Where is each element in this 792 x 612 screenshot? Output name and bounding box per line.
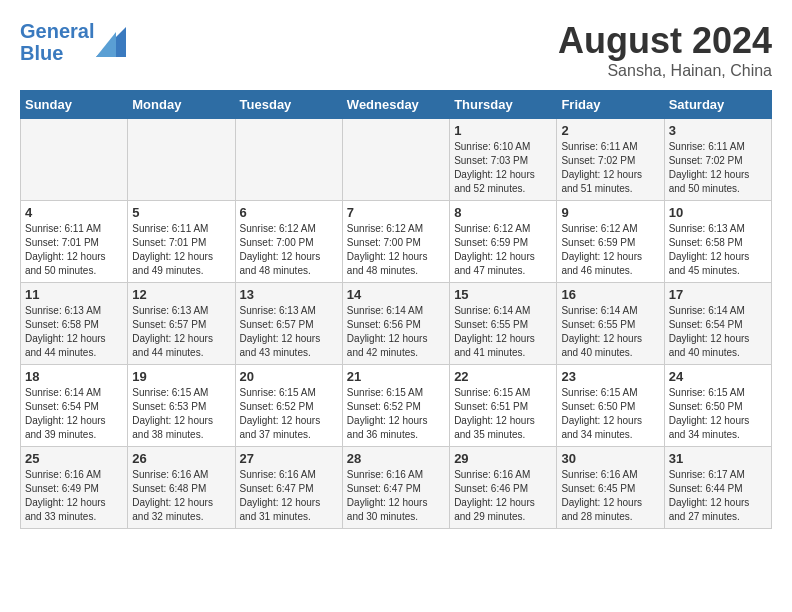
logo-icon: [96, 27, 126, 57]
day-number: 24: [669, 369, 767, 384]
day-number: 14: [347, 287, 445, 302]
day-number: 12: [132, 287, 230, 302]
calendar-header-row: SundayMondayTuesdayWednesdayThursdayFrid…: [21, 91, 772, 119]
calendar-day-cell: [235, 119, 342, 201]
calendar-day-cell: 14Sunrise: 6:14 AM Sunset: 6:56 PM Dayli…: [342, 283, 449, 365]
day-info: Sunrise: 6:11 AM Sunset: 7:02 PM Dayligh…: [561, 140, 659, 196]
calendar-day-cell: 7Sunrise: 6:12 AM Sunset: 7:00 PM Daylig…: [342, 201, 449, 283]
day-info: Sunrise: 6:12 AM Sunset: 6:59 PM Dayligh…: [454, 222, 552, 278]
calendar-day-header: Saturday: [664, 91, 771, 119]
day-info: Sunrise: 6:14 AM Sunset: 6:54 PM Dayligh…: [669, 304, 767, 360]
calendar-day-cell: 16Sunrise: 6:14 AM Sunset: 6:55 PM Dayli…: [557, 283, 664, 365]
calendar-table: SundayMondayTuesdayWednesdayThursdayFrid…: [20, 90, 772, 529]
day-info: Sunrise: 6:15 AM Sunset: 6:52 PM Dayligh…: [347, 386, 445, 442]
page-header: General Blue August 2024 Sansha, Hainan,…: [20, 20, 772, 80]
calendar-day-cell: 27Sunrise: 6:16 AM Sunset: 6:47 PM Dayli…: [235, 447, 342, 529]
calendar-week-row: 11Sunrise: 6:13 AM Sunset: 6:58 PM Dayli…: [21, 283, 772, 365]
day-number: 20: [240, 369, 338, 384]
calendar-day-cell: [21, 119, 128, 201]
day-info: Sunrise: 6:11 AM Sunset: 7:01 PM Dayligh…: [132, 222, 230, 278]
day-info: Sunrise: 6:12 AM Sunset: 7:00 PM Dayligh…: [347, 222, 445, 278]
day-number: 30: [561, 451, 659, 466]
day-number: 19: [132, 369, 230, 384]
calendar-day-header: Tuesday: [235, 91, 342, 119]
calendar-day-cell: 11Sunrise: 6:13 AM Sunset: 6:58 PM Dayli…: [21, 283, 128, 365]
calendar-day-cell: 3Sunrise: 6:11 AM Sunset: 7:02 PM Daylig…: [664, 119, 771, 201]
calendar-day-cell: 5Sunrise: 6:11 AM Sunset: 7:01 PM Daylig…: [128, 201, 235, 283]
day-info: Sunrise: 6:16 AM Sunset: 6:47 PM Dayligh…: [240, 468, 338, 524]
day-number: 9: [561, 205, 659, 220]
day-info: Sunrise: 6:12 AM Sunset: 6:59 PM Dayligh…: [561, 222, 659, 278]
calendar-day-cell: 18Sunrise: 6:14 AM Sunset: 6:54 PM Dayli…: [21, 365, 128, 447]
calendar-day-cell: 20Sunrise: 6:15 AM Sunset: 6:52 PM Dayli…: [235, 365, 342, 447]
calendar-week-row: 18Sunrise: 6:14 AM Sunset: 6:54 PM Dayli…: [21, 365, 772, 447]
day-number: 18: [25, 369, 123, 384]
day-number: 22: [454, 369, 552, 384]
calendar-day-header: Monday: [128, 91, 235, 119]
day-info: Sunrise: 6:11 AM Sunset: 7:02 PM Dayligh…: [669, 140, 767, 196]
calendar-day-cell: [342, 119, 449, 201]
day-number: 5: [132, 205, 230, 220]
day-info: Sunrise: 6:15 AM Sunset: 6:51 PM Dayligh…: [454, 386, 552, 442]
day-info: Sunrise: 6:16 AM Sunset: 6:48 PM Dayligh…: [132, 468, 230, 524]
day-info: Sunrise: 6:10 AM Sunset: 7:03 PM Dayligh…: [454, 140, 552, 196]
day-number: 4: [25, 205, 123, 220]
day-info: Sunrise: 6:14 AM Sunset: 6:55 PM Dayligh…: [561, 304, 659, 360]
day-info: Sunrise: 6:16 AM Sunset: 6:47 PM Dayligh…: [347, 468, 445, 524]
location-subtitle: Sansha, Hainan, China: [558, 62, 772, 80]
day-info: Sunrise: 6:12 AM Sunset: 7:00 PM Dayligh…: [240, 222, 338, 278]
calendar-day-cell: 9Sunrise: 6:12 AM Sunset: 6:59 PM Daylig…: [557, 201, 664, 283]
calendar-day-cell: 22Sunrise: 6:15 AM Sunset: 6:51 PM Dayli…: [450, 365, 557, 447]
calendar-day-header: Sunday: [21, 91, 128, 119]
day-number: 10: [669, 205, 767, 220]
day-number: 17: [669, 287, 767, 302]
calendar-day-cell: 6Sunrise: 6:12 AM Sunset: 7:00 PM Daylig…: [235, 201, 342, 283]
calendar-day-header: Wednesday: [342, 91, 449, 119]
calendar-day-cell: 4Sunrise: 6:11 AM Sunset: 7:01 PM Daylig…: [21, 201, 128, 283]
day-info: Sunrise: 6:13 AM Sunset: 6:58 PM Dayligh…: [25, 304, 123, 360]
day-number: 1: [454, 123, 552, 138]
calendar-day-cell: 30Sunrise: 6:16 AM Sunset: 6:45 PM Dayli…: [557, 447, 664, 529]
day-info: Sunrise: 6:13 AM Sunset: 6:57 PM Dayligh…: [240, 304, 338, 360]
calendar-day-cell: 13Sunrise: 6:13 AM Sunset: 6:57 PM Dayli…: [235, 283, 342, 365]
day-info: Sunrise: 6:15 AM Sunset: 6:50 PM Dayligh…: [669, 386, 767, 442]
calendar-week-row: 4Sunrise: 6:11 AM Sunset: 7:01 PM Daylig…: [21, 201, 772, 283]
calendar-day-cell: 1Sunrise: 6:10 AM Sunset: 7:03 PM Daylig…: [450, 119, 557, 201]
day-number: 15: [454, 287, 552, 302]
calendar-day-cell: 24Sunrise: 6:15 AM Sunset: 6:50 PM Dayli…: [664, 365, 771, 447]
calendar-week-row: 1Sunrise: 6:10 AM Sunset: 7:03 PM Daylig…: [21, 119, 772, 201]
day-info: Sunrise: 6:16 AM Sunset: 6:46 PM Dayligh…: [454, 468, 552, 524]
day-number: 8: [454, 205, 552, 220]
day-number: 11: [25, 287, 123, 302]
calendar-day-cell: [128, 119, 235, 201]
calendar-day-cell: 25Sunrise: 6:16 AM Sunset: 6:49 PM Dayli…: [21, 447, 128, 529]
calendar-week-row: 25Sunrise: 6:16 AM Sunset: 6:49 PM Dayli…: [21, 447, 772, 529]
day-info: Sunrise: 6:14 AM Sunset: 6:54 PM Dayligh…: [25, 386, 123, 442]
day-number: 13: [240, 287, 338, 302]
calendar-day-cell: 12Sunrise: 6:13 AM Sunset: 6:57 PM Dayli…: [128, 283, 235, 365]
calendar-day-cell: 10Sunrise: 6:13 AM Sunset: 6:58 PM Dayli…: [664, 201, 771, 283]
calendar-day-cell: 21Sunrise: 6:15 AM Sunset: 6:52 PM Dayli…: [342, 365, 449, 447]
day-number: 16: [561, 287, 659, 302]
title-block: August 2024 Sansha, Hainan, China: [558, 20, 772, 80]
day-info: Sunrise: 6:16 AM Sunset: 6:49 PM Dayligh…: [25, 468, 123, 524]
day-info: Sunrise: 6:13 AM Sunset: 6:57 PM Dayligh…: [132, 304, 230, 360]
day-number: 31: [669, 451, 767, 466]
day-info: Sunrise: 6:15 AM Sunset: 6:50 PM Dayligh…: [561, 386, 659, 442]
day-number: 3: [669, 123, 767, 138]
calendar-day-cell: 28Sunrise: 6:16 AM Sunset: 6:47 PM Dayli…: [342, 447, 449, 529]
day-number: 2: [561, 123, 659, 138]
calendar-day-header: Thursday: [450, 91, 557, 119]
day-info: Sunrise: 6:15 AM Sunset: 6:53 PM Dayligh…: [132, 386, 230, 442]
calendar-day-cell: 15Sunrise: 6:14 AM Sunset: 6:55 PM Dayli…: [450, 283, 557, 365]
day-number: 6: [240, 205, 338, 220]
calendar-day-cell: 19Sunrise: 6:15 AM Sunset: 6:53 PM Dayli…: [128, 365, 235, 447]
day-info: Sunrise: 6:15 AM Sunset: 6:52 PM Dayligh…: [240, 386, 338, 442]
calendar-day-cell: 2Sunrise: 6:11 AM Sunset: 7:02 PM Daylig…: [557, 119, 664, 201]
day-number: 23: [561, 369, 659, 384]
calendar-day-cell: 26Sunrise: 6:16 AM Sunset: 6:48 PM Dayli…: [128, 447, 235, 529]
calendar-day-cell: 29Sunrise: 6:16 AM Sunset: 6:46 PM Dayli…: [450, 447, 557, 529]
calendar-day-header: Friday: [557, 91, 664, 119]
calendar-day-cell: 17Sunrise: 6:14 AM Sunset: 6:54 PM Dayli…: [664, 283, 771, 365]
calendar-day-cell: 23Sunrise: 6:15 AM Sunset: 6:50 PM Dayli…: [557, 365, 664, 447]
